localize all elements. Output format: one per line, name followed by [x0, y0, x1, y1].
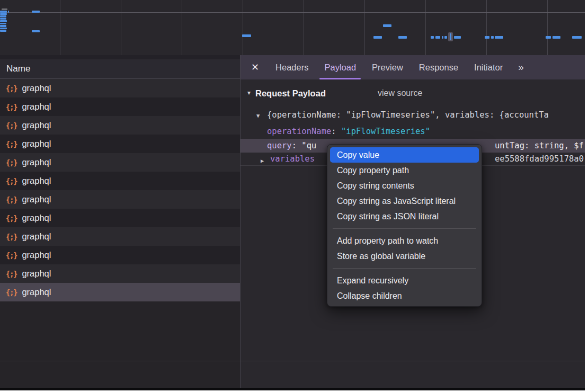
request-timeline-bar — [0, 20, 7, 22]
footer-divider — [0, 361, 585, 361]
property-value-right-fragment: untTag: string, $f — [495, 139, 584, 153]
request-timeline-bar — [572, 36, 582, 39]
timeline-gridline-horizontal — [0, 12, 585, 13]
name-column-header[interactable]: Name — [0, 59, 240, 79]
property-string-value: "ipFlowTimeseries" — [341, 127, 430, 136]
request-name-label: graphql — [22, 213, 51, 223]
request-row[interactable]: {;}graphql — [0, 135, 240, 153]
property-value-right-fragment: ee5588fdad995178a0 — [495, 153, 584, 165]
tab-preview[interactable]: Preview — [364, 55, 411, 79]
request-name-label: graphql — [22, 120, 51, 130]
tab-response[interactable]: Response — [411, 55, 466, 79]
request-name-label: graphql — [22, 157, 51, 167]
menu-item-expand-recursively[interactable]: Expand recursively — [330, 273, 479, 288]
request-row[interactable]: {;}graphql — [0, 79, 240, 97]
timeline-gridline — [547, 0, 548, 55]
request-timeline-bar — [2, 8, 7, 10]
request-row[interactable]: {;}graphql — [0, 227, 240, 246]
tab-initiator[interactable]: Initiator — [466, 55, 511, 79]
key-value-separator: : — [331, 127, 341, 136]
request-timeline-bar — [0, 18, 6, 20]
request-name-label: graphql — [22, 287, 51, 297]
request-timeline-bar — [242, 34, 251, 37]
timeline-gridline — [121, 0, 121, 55]
request-name-label: graphql — [22, 250, 51, 260]
request-timeline-bar — [0, 30, 6, 32]
menu-item-add-property-path-to-watch[interactable]: Add property path to watch — [330, 233, 479, 248]
payload-row-operation-name[interactable]: operationName: "ipFlowTimeseries" — [240, 126, 585, 137]
menu-separator — [333, 268, 476, 269]
collapsed-triangle-icon[interactable]: ▶ — [261, 154, 264, 165]
menu-item-copy-property-path[interactable]: Copy property path — [330, 163, 479, 178]
request-timeline-bar — [485, 36, 489, 39]
menu-item-copy-value[interactable]: Copy value — [330, 147, 479, 163]
request-row[interactable]: {;}graphql — [0, 172, 240, 190]
request-timeline-bar — [0, 23, 6, 25]
request-timeline-bar — [0, 11, 7, 13]
json-braces-icon: {;} — [6, 121, 17, 130]
json-braces-icon: {;} — [6, 288, 17, 297]
timeline-hover-marker — [448, 32, 453, 41]
request-row[interactable]: {;}graphql — [0, 283, 240, 301]
timeline-gridline — [425, 0, 426, 55]
request-timeline-bar — [8, 11, 10, 13]
request-timeline-bar — [546, 36, 551, 39]
json-braces-icon: {;} — [6, 158, 17, 167]
close-icon[interactable]: ✕ — [240, 55, 268, 79]
devtools-network-panel: Name {;}graphql{;}graphql{;}graphql{;}gr… — [0, 0, 588, 392]
property-key: variables — [270, 154, 315, 164]
request-name-label: graphql — [22, 176, 51, 186]
menu-separator — [333, 228, 476, 229]
request-timeline-bar — [0, 15, 6, 17]
menu-item-copy-string-as-javascript-literal[interactable]: Copy string as JavaScript literal — [330, 193, 479, 209]
requests-list: {;}graphql{;}graphql{;}graphql{;}graphql… — [0, 79, 240, 301]
view-source-link[interactable]: view source — [378, 86, 422, 100]
pane-divider[interactable] — [240, 55, 240, 388]
request-timeline-bar — [442, 36, 443, 39]
request-timeline-bar — [444, 36, 447, 39]
payload-root-row[interactable]: ▼ {operationName: "ipFlowTimeseries", va… — [240, 109, 585, 121]
request-timeline-bar — [491, 36, 494, 39]
timeline-gridline — [182, 0, 182, 55]
request-row[interactable]: {;}graphql — [0, 116, 240, 135]
json-braces-icon: {;} — [6, 251, 17, 260]
request-timeline-bar — [32, 30, 40, 32]
payload-root-preview: {operationName: "ipFlowTimeseries", vari… — [267, 109, 549, 121]
request-payload-title: Request Payload — [255, 86, 326, 100]
request-payload-header: ▾ Request Payload view source — [240, 86, 585, 100]
request-row[interactable]: {;}graphql — [0, 153, 240, 172]
collapse-triangle-icon[interactable]: ▾ — [247, 89, 251, 96]
menu-item-store-as-global-variable[interactable]: Store as global variable — [330, 248, 479, 264]
menu-item-copy-string-as-json-literal[interactable]: Copy string as JSON literal — [330, 209, 479, 224]
detail-tab-bar: ✕ HeadersPayloadPreviewResponseInitiator… — [240, 55, 585, 79]
request-timeline-bar — [0, 25, 6, 27]
tab-payload[interactable]: Payload — [316, 55, 364, 79]
request-timeline-bar — [383, 24, 391, 27]
menu-item-copy-string-contents[interactable]: Copy string contents — [330, 178, 479, 193]
request-name-label: graphql — [22, 231, 51, 242]
network-overview-timeline[interactable] — [0, 0, 585, 56]
request-timeline-bar — [373, 36, 382, 39]
request-row[interactable]: {;}graphql — [0, 246, 240, 264]
expanded-triangle-icon[interactable]: ▼ — [256, 110, 260, 121]
json-braces-icon: {;} — [6, 84, 17, 93]
timeline-gridline — [304, 0, 304, 55]
request-row[interactable]: {;}graphql — [0, 190, 240, 209]
request-name-label: graphql — [22, 194, 51, 204]
request-timeline-bar — [0, 28, 7, 30]
json-braces-icon: {;} — [6, 195, 17, 204]
request-row[interactable]: {;}graphql — [0, 264, 240, 283]
property-key: query — [267, 141, 292, 150]
devtools-app: Name {;}graphql{;}graphql{;}graphql{;}gr… — [0, 0, 585, 390]
request-row[interactable]: {;}graphql — [0, 97, 240, 116]
timeline-gridline — [60, 0, 60, 55]
more-tabs-icon[interactable]: » — [511, 55, 530, 79]
property-key: operationName — [267, 127, 331, 136]
menu-item-collapse-children[interactable]: Collapse children — [330, 288, 479, 304]
json-braces-icon: {;} — [6, 140, 17, 148]
key-value-separator: : — [292, 141, 302, 150]
request-name-label: graphql — [22, 269, 51, 279]
timeline-marker-tick — [450, 33, 451, 40]
request-row[interactable]: {;}graphql — [0, 209, 240, 227]
tab-headers[interactable]: Headers — [268, 55, 316, 79]
